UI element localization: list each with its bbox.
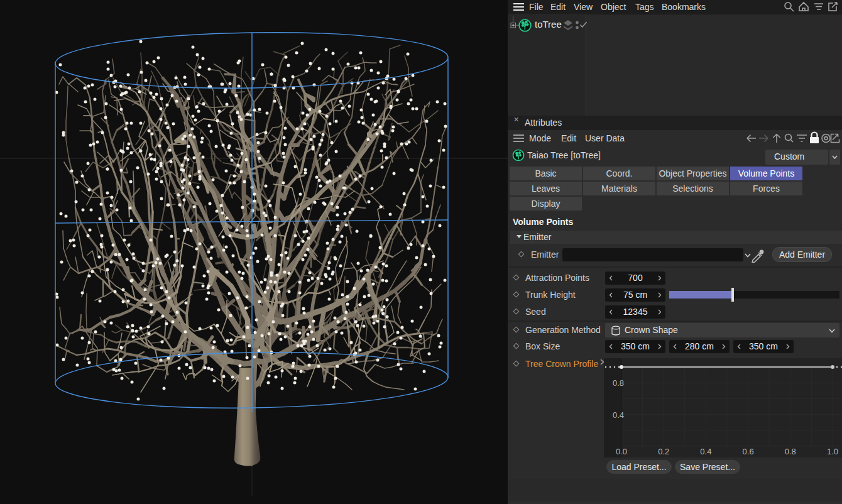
- svg-text:0.8: 0.8: [613, 378, 624, 388]
- svg-text:1.0: 1.0: [827, 447, 838, 456]
- svg-text:0.0: 0.0: [616, 447, 627, 456]
- svg-text:0.4: 0.4: [613, 410, 624, 420]
- svg-text:0.2: 0.2: [658, 447, 669, 456]
- svg-text:0.6: 0.6: [743, 447, 754, 456]
- svg-text:0.8: 0.8: [785, 447, 796, 456]
- svg-text:0.4: 0.4: [700, 447, 711, 456]
